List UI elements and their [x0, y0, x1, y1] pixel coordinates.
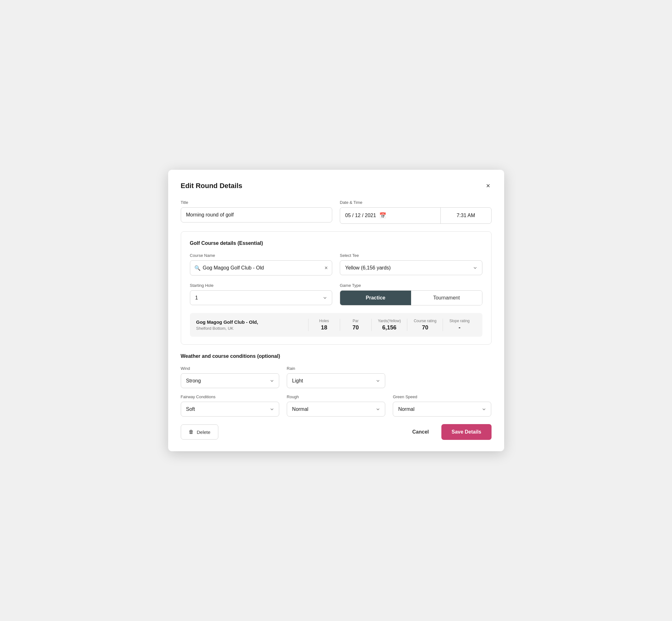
title-datetime-row: Title Date & Time 05 / 12 / 2021 📅 7:31 … — [181, 200, 492, 224]
title-label: Title — [181, 200, 333, 205]
edit-round-modal: Edit Round Details × Title Date & Time 0… — [168, 170, 504, 451]
datetime-label: Date & Time — [340, 200, 492, 205]
game-type-toggle: Practice Tournament — [340, 290, 482, 305]
slope-rating-stat: Slope rating - — [443, 319, 476, 331]
fairway-rough-green-row: Fairway Conditions Soft Normal Hard Wet … — [181, 395, 492, 417]
practice-button[interactable]: Practice — [340, 291, 411, 305]
fairway-label: Fairway Conditions — [181, 395, 279, 399]
hole-gametype-row: Starting Hole 1234 5678 910 Game Type Pr… — [190, 283, 482, 305]
date-part[interactable]: 05 / 12 / 2021 📅 — [340, 208, 441, 223]
modal-title: Edit Round Details — [181, 182, 243, 190]
weather-section: Weather and course conditions (optional)… — [181, 354, 492, 417]
weather-section-title: Weather and course conditions (optional) — [181, 354, 492, 359]
calendar-icon: 📅 — [379, 212, 386, 219]
holes-stat: Holes 18 — [308, 319, 340, 331]
course-name-input[interactable] — [190, 260, 333, 276]
course-rating-label: Course rating — [414, 319, 436, 323]
footer-actions: Cancel Save Details — [407, 424, 492, 440]
yards-value: 6,156 — [382, 324, 396, 331]
course-info-bar: Gog Magog Golf Club - Old, Shelford Bott… — [190, 313, 482, 337]
par-value: 70 — [352, 324, 359, 331]
course-rating-stat: Course rating 70 — [407, 319, 443, 331]
wind-label: Wind — [181, 366, 279, 371]
select-tee-group: Select Tee Yellow (6,156 yards) White Re… — [340, 253, 482, 276]
holes-value: 18 — [321, 324, 327, 331]
course-info-name-text: Gog Magog Golf Club - Old, — [196, 319, 308, 325]
select-tee-dropdown[interactable]: Yellow (6,156 yards) White Red Blue — [340, 260, 482, 275]
wind-group: Wind None Light Moderate Strong Very Str… — [181, 366, 279, 388]
title-group: Title — [181, 200, 333, 224]
green-speed-label: Green Speed — [393, 395, 491, 399]
golf-course-section: Golf Course details (Essential) Course N… — [181, 231, 492, 344]
slope-rating-label: Slope rating — [449, 319, 469, 323]
modal-header: Edit Round Details × — [181, 181, 492, 191]
footer-row: 🗑 Delete Cancel Save Details — [181, 424, 492, 440]
yards-stat: Yards(Yellow) 6,156 — [371, 319, 407, 331]
green-speed-dropdown[interactable]: Slow Normal Fast Very Fast — [393, 402, 491, 417]
rain-dropdown[interactable]: None Light Moderate Heavy — [287, 373, 385, 388]
select-tee-label: Select Tee — [340, 253, 482, 258]
close-button[interactable]: × — [485, 181, 492, 191]
search-icon: 🔍 — [194, 265, 201, 271]
course-clear-button[interactable]: × — [324, 265, 328, 271]
starting-hole-dropdown[interactable]: 1234 5678 910 — [190, 290, 333, 305]
starting-hole-label: Starting Hole — [190, 283, 333, 288]
date-time-input: 05 / 12 / 2021 📅 7:31 AM — [340, 207, 492, 224]
datetime-group: Date & Time 05 / 12 / 2021 📅 7:31 AM — [340, 200, 492, 224]
rough-label: Rough — [287, 395, 385, 399]
rough-group: Rough Soft Normal Hard — [287, 395, 385, 417]
fairway-group: Fairway Conditions Soft Normal Hard Wet — [181, 395, 279, 417]
game-type-label: Game Type — [340, 283, 482, 288]
delete-label: Delete — [197, 429, 210, 435]
slope-rating-value: - — [458, 324, 460, 331]
yards-label: Yards(Yellow) — [378, 319, 401, 323]
tournament-button[interactable]: Tournament — [411, 291, 482, 305]
course-rating-value: 70 — [422, 324, 428, 331]
par-label: Par — [353, 319, 359, 323]
golf-course-section-title: Golf Course details (Essential) — [190, 241, 482, 246]
wind-dropdown[interactable]: None Light Moderate Strong Very Strong — [181, 373, 279, 388]
starting-hole-group: Starting Hole 1234 5678 910 — [190, 283, 333, 305]
time-value: 7:31 AM — [457, 213, 475, 218]
par-stat: Par 70 — [340, 319, 371, 331]
title-input[interactable] — [181, 207, 333, 222]
date-value: 05 / 12 / 2021 — [345, 213, 376, 218]
course-tee-row: Course Name 🔍 × Select Tee Yellow (6,156… — [190, 253, 482, 276]
course-name-label: Course Name — [190, 253, 333, 258]
course-name-group: Course Name 🔍 × — [190, 253, 333, 276]
rough-dropdown[interactable]: Soft Normal Hard — [287, 402, 385, 417]
time-part[interactable]: 7:31 AM — [441, 208, 491, 223]
rain-group: Rain None Light Moderate Heavy — [287, 366, 385, 388]
save-button[interactable]: Save Details — [442, 424, 491, 440]
rain-label: Rain — [287, 366, 385, 371]
delete-button[interactable]: 🗑 Delete — [181, 424, 218, 440]
course-info-location: Shelford Bottom, UK — [196, 326, 308, 331]
course-info-name: Gog Magog Golf Club - Old, Shelford Bott… — [196, 319, 308, 331]
fairway-dropdown[interactable]: Soft Normal Hard Wet — [181, 402, 279, 417]
trash-icon: 🗑 — [189, 429, 194, 435]
wind-rain-row: Wind None Light Moderate Strong Very Str… — [181, 366, 492, 388]
cancel-button[interactable]: Cancel — [407, 425, 434, 439]
holes-label: Holes — [319, 319, 329, 323]
course-search-wrapper: 🔍 × — [190, 260, 333, 276]
game-type-group: Game Type Practice Tournament — [340, 283, 482, 305]
green-speed-group: Green Speed Slow Normal Fast Very Fast — [393, 395, 491, 417]
